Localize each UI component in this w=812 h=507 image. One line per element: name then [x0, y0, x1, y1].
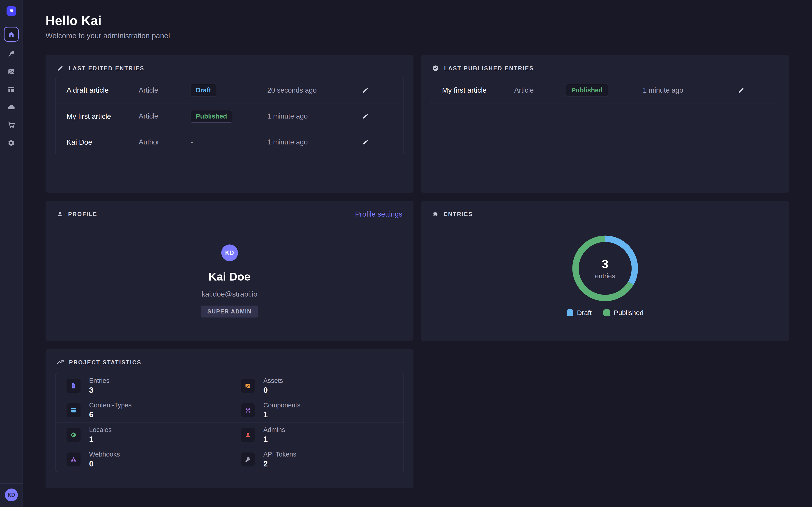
- entry-name: My first article: [442, 86, 514, 95]
- entry-name: A draft article: [66, 86, 139, 95]
- trending-up-icon: [57, 359, 64, 366]
- entry-name: Kai Doe: [66, 138, 139, 147]
- profile-body: KD Kai Doe kai.doe@strapi.io SUPER ADMIN: [57, 218, 402, 318]
- entry-type: Article: [139, 112, 191, 120]
- stat-content-types: Content-Types 6: [55, 398, 230, 422]
- table-row[interactable]: My first article Article Published 1 min…: [431, 77, 779, 103]
- stat-value: 0: [263, 386, 283, 395]
- layout-icon: [7, 86, 15, 93]
- page-title: Hello Kai: [46, 13, 790, 28]
- card-title: Last published entries: [444, 65, 534, 72]
- table-row[interactable]: A draft article Article Draft 20 seconds…: [55, 77, 404, 103]
- globe-icon: [66, 428, 81, 442]
- legend-label: Draft: [577, 309, 592, 317]
- profile-settings-link[interactable]: Profile settings: [355, 210, 402, 218]
- edit-entry-button[interactable]: [738, 87, 745, 94]
- stat-label: Locales: [89, 426, 112, 434]
- stat-api-tokens: API Tokens 2: [230, 447, 404, 471]
- pencil-icon: [57, 65, 63, 72]
- user-avatar[interactable]: KD: [5, 489, 18, 501]
- draft-swatch: [567, 309, 573, 316]
- gear-icon: [7, 139, 15, 147]
- stat-components: Components 1: [230, 398, 404, 422]
- page-subtitle: Welcome to your administration panel: [46, 32, 790, 40]
- edit-entry-button[interactable]: [362, 139, 370, 146]
- last-published-entries-card: Last published entries My first article …: [421, 55, 789, 193]
- sidebar-item-content-manager[interactable]: [0, 45, 23, 63]
- stat-entries: Entries 3: [55, 374, 230, 398]
- sidebar-item-home[interactable]: [4, 27, 19, 42]
- entry-type: Article: [139, 86, 191, 95]
- card-title: Entries: [444, 211, 473, 217]
- sidebar-item-media-library[interactable]: [0, 63, 23, 80]
- file-icon: [66, 379, 81, 393]
- sidebar-bottom: KD: [0, 483, 23, 507]
- entry-time: 1 minute ago: [267, 112, 362, 120]
- stat-admins: Admins 1: [230, 422, 404, 447]
- stat-label: API Tokens: [263, 451, 296, 458]
- stat-label: Entries: [89, 377, 109, 384]
- images-icon: [7, 68, 15, 75]
- stat-label: Assets: [263, 377, 283, 384]
- sidebar-item-deploy[interactable]: [0, 98, 23, 116]
- feather-icon: [7, 50, 15, 58]
- project-statistics-card: Project Statistics Entries 3: [46, 349, 413, 488]
- images-icon: [241, 379, 255, 393]
- sidebar-item-settings[interactable]: [0, 134, 23, 152]
- components-icon: [241, 403, 255, 417]
- profile-header: Profile Profile settings: [57, 210, 402, 218]
- entries-donut-section: 3 entries Draft Published: [432, 218, 778, 317]
- edit-entry-button[interactable]: [362, 87, 370, 94]
- card-title: Project Statistics: [69, 359, 141, 366]
- stat-value: 1: [89, 435, 112, 444]
- stat-value: 6: [89, 410, 132, 419]
- entries-card: Entries 3 entries: [421, 201, 789, 341]
- table-row[interactable]: Kai Doe Author - 1 minute ago: [55, 129, 404, 155]
- card-title: Profile: [68, 211, 97, 217]
- home-icon: [8, 31, 15, 38]
- entry-time: 1 minute ago: [267, 138, 362, 146]
- entry-time: 1 minute ago: [643, 86, 738, 95]
- layout-icon: [66, 403, 81, 417]
- profile-email: kai.doe@strapi.io: [202, 290, 258, 298]
- last-published-table: My first article Article Published 1 min…: [431, 77, 779, 103]
- donut-chart: 3 entries: [572, 235, 638, 301]
- strapi-logo-icon: [9, 8, 14, 14]
- legend-item-published: Published: [603, 309, 644, 317]
- edit-entry-button[interactable]: [362, 113, 370, 120]
- status-badge: Draft: [191, 84, 216, 97]
- puzzle-icon: [432, 211, 439, 217]
- stat-value: 1: [263, 410, 300, 419]
- entries-header: Entries: [432, 210, 778, 218]
- project-statistics-header: Project Statistics: [57, 358, 402, 366]
- sidebar: KD: [0, 0, 23, 507]
- last-published-header: Last published entries: [432, 64, 778, 72]
- sidebar-item-content-type-builder[interactable]: [0, 80, 23, 98]
- entry-type: Author: [139, 138, 191, 146]
- table-row[interactable]: My first article Article Published 1 min…: [55, 103, 404, 129]
- stat-label: Admins: [263, 426, 285, 434]
- stat-value: 3: [89, 386, 109, 395]
- donut-legend: Draft Published: [567, 309, 644, 317]
- strapi-logo[interactable]: [6, 6, 16, 16]
- profile-name: Kai Doe: [208, 270, 250, 283]
- donut-center: 3 entries: [572, 235, 638, 301]
- sidebar-item-marketplace[interactable]: [0, 116, 23, 134]
- webhook-icon: [66, 452, 81, 466]
- status-badge: Published: [566, 84, 608, 97]
- pencil-icon: [738, 87, 744, 94]
- stat-label: Content-Types: [89, 402, 132, 409]
- stats-grid: Entries 3 Assets 0 Conte: [55, 373, 404, 472]
- card-title: Last edited entries: [68, 65, 144, 72]
- stat-locales: Locales 1: [55, 422, 230, 447]
- key-icon: [241, 452, 255, 466]
- sidebar-divider-bottom: [0, 483, 23, 484]
- entry-time: 20 seconds ago: [267, 86, 362, 95]
- legend-label: Published: [614, 309, 644, 317]
- legend-item-draft: Draft: [567, 309, 592, 317]
- avatar: KD: [221, 244, 238, 261]
- pencil-icon: [362, 113, 369, 120]
- last-edited-table: A draft article Article Draft 20 seconds…: [55, 77, 404, 155]
- last-edited-entries-card: Last edited entries A draft article Arti…: [46, 55, 413, 193]
- status-empty: -: [191, 138, 267, 146]
